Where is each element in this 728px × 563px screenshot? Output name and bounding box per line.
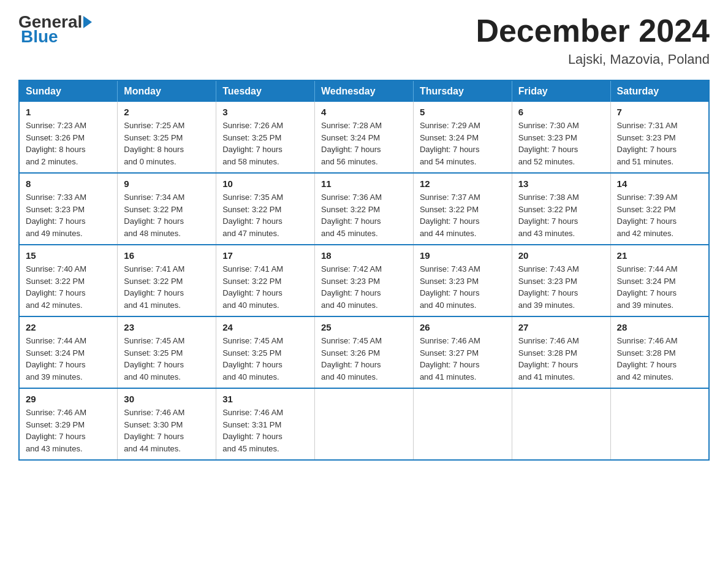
day-info: Sunrise: 7:45 AMSunset: 3:26 PMDaylight:… — [321, 335, 407, 383]
day-info: Sunrise: 7:31 AMSunset: 3:23 PMDaylight:… — [617, 120, 702, 167]
calendar-cell: 22 Sunrise: 7:44 AMSunset: 3:24 PMDaylig… — [19, 316, 118, 388]
calendar-cell — [413, 388, 512, 460]
day-number: 9 — [124, 178, 210, 189]
calendar-cell: 3 Sunrise: 7:26 AMSunset: 3:25 PMDayligh… — [216, 102, 315, 173]
day-info: Sunrise: 7:35 AMSunset: 3:22 PMDaylight:… — [222, 191, 308, 239]
calendar-cell: 15 Sunrise: 7:40 AMSunset: 3:22 PMDaylig… — [19, 245, 118, 316]
day-info: Sunrise: 7:23 AMSunset: 3:26 PMDaylight:… — [26, 120, 111, 167]
header-wednesday: Wednesday — [315, 80, 414, 102]
page-header: General Blue December 2024 Lajski, Mazov… — [18, 12, 710, 67]
day-info: Sunrise: 7:44 AMSunset: 3:24 PMDaylight:… — [617, 263, 702, 311]
day-number: 17 — [222, 250, 308, 261]
month-title: December 2024 — [476, 12, 710, 49]
calendar-cell: 12 Sunrise: 7:37 AMSunset: 3:22 PMDaylig… — [413, 173, 512, 245]
logo: General Blue — [18, 12, 93, 47]
day-number: 31 — [222, 394, 308, 404]
header-tuesday: Tuesday — [216, 80, 315, 102]
day-info: Sunrise: 7:46 AMSunset: 3:28 PMDaylight:… — [617, 335, 702, 383]
day-info: Sunrise: 7:33 AMSunset: 3:23 PMDaylight:… — [26, 191, 111, 239]
calendar-cell: 27 Sunrise: 7:46 AMSunset: 3:28 PMDaylig… — [512, 316, 610, 388]
calendar-cell: 17 Sunrise: 7:41 AMSunset: 3:22 PMDaylig… — [216, 245, 315, 316]
day-number: 4 — [321, 107, 407, 117]
header-saturday: Saturday — [610, 80, 709, 102]
calendar-header-row: SundayMondayTuesdayWednesdayThursdayFrid… — [19, 80, 709, 102]
calendar-cell: 24 Sunrise: 7:45 AMSunset: 3:25 PMDaylig… — [216, 316, 315, 388]
day-number: 10 — [222, 178, 308, 189]
calendar-cell: 18 Sunrise: 7:42 AMSunset: 3:23 PMDaylig… — [315, 245, 414, 316]
day-info: Sunrise: 7:36 AMSunset: 3:22 PMDaylight:… — [321, 191, 407, 239]
calendar-cell: 25 Sunrise: 7:45 AMSunset: 3:26 PMDaylig… — [315, 316, 414, 388]
calendar-table: SundayMondayTuesdayWednesdayThursdayFrid… — [18, 80, 710, 461]
calendar-cell: 4 Sunrise: 7:28 AMSunset: 3:24 PMDayligh… — [315, 102, 414, 173]
location-subtitle: Lajski, Mazovia, Poland — [476, 52, 710, 67]
day-number: 24 — [222, 322, 308, 332]
day-info: Sunrise: 7:40 AMSunset: 3:22 PMDaylight:… — [26, 263, 111, 311]
day-number: 22 — [26, 322, 111, 332]
day-info: Sunrise: 7:37 AMSunset: 3:22 PMDaylight:… — [420, 191, 506, 239]
calendar-cell — [610, 388, 709, 460]
day-number: 27 — [518, 322, 604, 332]
calendar-week-row: 22 Sunrise: 7:44 AMSunset: 3:24 PMDaylig… — [19, 316, 709, 388]
calendar-cell: 6 Sunrise: 7:30 AMSunset: 3:23 PMDayligh… — [512, 102, 610, 173]
day-number: 29 — [26, 394, 111, 404]
calendar-week-row: 29 Sunrise: 7:46 AMSunset: 3:29 PMDaylig… — [19, 388, 709, 460]
calendar-cell: 26 Sunrise: 7:46 AMSunset: 3:27 PMDaylig… — [413, 316, 512, 388]
calendar-cell: 23 Sunrise: 7:45 AMSunset: 3:25 PMDaylig… — [118, 316, 216, 388]
day-info: Sunrise: 7:45 AMSunset: 3:25 PMDaylight:… — [222, 335, 308, 383]
calendar-cell: 31 Sunrise: 7:46 AMSunset: 3:31 PMDaylig… — [216, 388, 315, 460]
day-number: 20 — [518, 250, 604, 261]
calendar-cell: 2 Sunrise: 7:25 AMSunset: 3:25 PMDayligh… — [118, 102, 216, 173]
logo-blue-text: Blue — [21, 27, 58, 47]
calendar-week-row: 8 Sunrise: 7:33 AMSunset: 3:23 PMDayligh… — [19, 173, 709, 245]
day-number: 1 — [26, 107, 111, 117]
day-number: 2 — [124, 107, 210, 117]
calendar-cell: 13 Sunrise: 7:38 AMSunset: 3:22 PMDaylig… — [512, 173, 610, 245]
day-info: Sunrise: 7:46 AMSunset: 3:30 PMDaylight:… — [124, 407, 210, 454]
calendar-cell: 10 Sunrise: 7:35 AMSunset: 3:22 PMDaylig… — [216, 173, 315, 245]
day-number: 18 — [321, 250, 407, 261]
calendar-cell: 20 Sunrise: 7:43 AMSunset: 3:23 PMDaylig… — [512, 245, 610, 316]
day-info: Sunrise: 7:29 AMSunset: 3:24 PMDaylight:… — [420, 120, 506, 167]
calendar-week-row: 1 Sunrise: 7:23 AMSunset: 3:26 PMDayligh… — [19, 102, 709, 173]
day-info: Sunrise: 7:41 AMSunset: 3:22 PMDaylight:… — [124, 263, 210, 311]
calendar-cell: 30 Sunrise: 7:46 AMSunset: 3:30 PMDaylig… — [118, 388, 216, 460]
day-number: 23 — [124, 322, 210, 332]
calendar-cell — [512, 388, 610, 460]
day-number: 8 — [26, 178, 111, 189]
day-info: Sunrise: 7:41 AMSunset: 3:22 PMDaylight:… — [222, 263, 308, 311]
day-number: 25 — [321, 322, 407, 332]
calendar-cell — [315, 388, 414, 460]
calendar-week-row: 15 Sunrise: 7:40 AMSunset: 3:22 PMDaylig… — [19, 245, 709, 316]
day-info: Sunrise: 7:45 AMSunset: 3:25 PMDaylight:… — [124, 335, 210, 383]
calendar-cell: 28 Sunrise: 7:46 AMSunset: 3:28 PMDaylig… — [610, 316, 709, 388]
day-number: 11 — [321, 178, 407, 189]
day-info: Sunrise: 7:42 AMSunset: 3:23 PMDaylight:… — [321, 263, 407, 311]
calendar-cell: 21 Sunrise: 7:44 AMSunset: 3:24 PMDaylig… — [610, 245, 709, 316]
calendar-cell: 5 Sunrise: 7:29 AMSunset: 3:24 PMDayligh… — [413, 102, 512, 173]
day-info: Sunrise: 7:34 AMSunset: 3:22 PMDaylight:… — [124, 191, 210, 239]
day-number: 14 — [617, 178, 702, 189]
day-number: 3 — [222, 107, 308, 117]
calendar-cell: 19 Sunrise: 7:43 AMSunset: 3:23 PMDaylig… — [413, 245, 512, 316]
header-friday: Friday — [512, 80, 610, 102]
day-number: 7 — [617, 107, 702, 117]
day-info: Sunrise: 7:39 AMSunset: 3:22 PMDaylight:… — [617, 191, 702, 239]
day-number: 16 — [124, 250, 210, 261]
calendar-cell: 8 Sunrise: 7:33 AMSunset: 3:23 PMDayligh… — [19, 173, 118, 245]
day-info: Sunrise: 7:44 AMSunset: 3:24 PMDaylight:… — [26, 335, 111, 383]
header-thursday: Thursday — [413, 80, 512, 102]
calendar-cell: 16 Sunrise: 7:41 AMSunset: 3:22 PMDaylig… — [118, 245, 216, 316]
day-info: Sunrise: 7:46 AMSunset: 3:27 PMDaylight:… — [420, 335, 506, 383]
calendar-cell: 7 Sunrise: 7:31 AMSunset: 3:23 PMDayligh… — [610, 102, 709, 173]
day-number: 13 — [518, 178, 604, 189]
day-number: 21 — [617, 250, 702, 261]
calendar-cell: 9 Sunrise: 7:34 AMSunset: 3:22 PMDayligh… — [118, 173, 216, 245]
day-info: Sunrise: 7:46 AMSunset: 3:28 PMDaylight:… — [518, 335, 604, 383]
day-info: Sunrise: 7:30 AMSunset: 3:23 PMDaylight:… — [518, 120, 604, 167]
logo-triangle-icon — [83, 16, 92, 28]
day-number: 5 — [420, 107, 506, 117]
day-info: Sunrise: 7:46 AMSunset: 3:31 PMDaylight:… — [222, 407, 308, 454]
day-number: 12 — [420, 178, 506, 189]
title-section: December 2024 Lajski, Mazovia, Poland — [476, 12, 710, 67]
day-info: Sunrise: 7:25 AMSunset: 3:25 PMDaylight:… — [124, 120, 210, 167]
